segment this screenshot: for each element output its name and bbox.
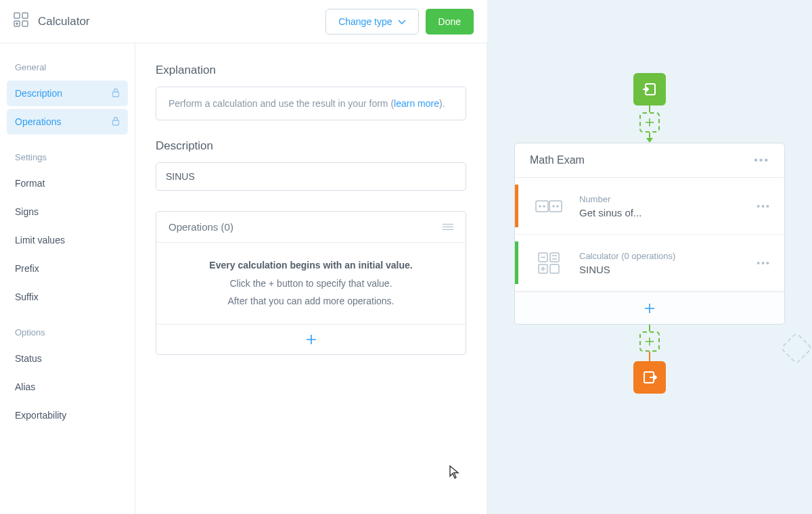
sidebar-item-label: Alias xyxy=(15,381,35,392)
header-actions: Change type Done xyxy=(325,9,474,34)
row-title: Get sinus of... xyxy=(579,207,750,218)
sidebar-item-suffix[interactable]: Suffix xyxy=(7,284,128,310)
number-icon xyxy=(518,198,579,214)
sidebar-item-label: Description xyxy=(15,88,62,99)
svg-rect-1 xyxy=(22,13,28,18)
sidebar-group-general: General xyxy=(7,60,128,80)
sidebar-item-limit-values[interactable]: Limit values xyxy=(7,227,128,253)
description-title: Description xyxy=(156,139,466,153)
main-content: Explanation Perform a calculation and us… xyxy=(135,43,487,514)
card-title: Math Exam xyxy=(530,154,585,166)
change-type-label: Change type xyxy=(338,16,392,27)
add-operation-button[interactable] xyxy=(156,325,466,354)
chevron-down-icon xyxy=(398,16,406,27)
svg-point-16 xyxy=(543,206,545,207)
start-node[interactable] xyxy=(633,73,666,106)
arrow-down-icon xyxy=(646,138,653,143)
svg-rect-13 xyxy=(536,201,548,212)
card-header: Math Exam ••• xyxy=(515,143,784,178)
explanation-title: Explanation xyxy=(156,64,466,77)
sidebar: General Description Operations Settings … xyxy=(0,43,135,514)
svg-point-18 xyxy=(557,206,558,207)
flow-card[interactable]: Math Exam ••• Number Get sinus of xyxy=(514,143,785,325)
cursor-icon xyxy=(449,465,460,481)
ops-empty-line1: Every calculation begins with an initial… xyxy=(168,256,453,275)
operations-empty-state: Every calculation begins with an initial… xyxy=(156,243,466,325)
card-row-number[interactable]: Number Get sinus of... ••• xyxy=(515,178,784,235)
description-input[interactable] xyxy=(156,162,466,191)
row-text: Number Get sinus of... xyxy=(579,194,757,218)
card-menu-icon[interactable]: ••• xyxy=(754,154,769,166)
svg-rect-6 xyxy=(113,92,119,97)
flow-connector xyxy=(649,325,650,331)
sidebar-item-label: Signs xyxy=(15,206,39,217)
sidebar-item-prefix[interactable]: Prefix xyxy=(7,256,128,281)
flow-canvas[interactable]: Math Exam ••• Number Get sinus of xyxy=(487,0,812,514)
flow-add-bottom[interactable] xyxy=(639,331,660,352)
header: Calculator Change type Done xyxy=(0,0,487,43)
sidebar-item-label: Suffix xyxy=(15,291,39,302)
change-type-button[interactable]: Change type xyxy=(325,9,418,34)
flow-connector xyxy=(649,133,650,138)
row-menu-icon[interactable]: ••• xyxy=(757,258,784,268)
svg-rect-20 xyxy=(550,253,559,262)
svg-rect-7 xyxy=(113,120,119,125)
row-text: Calculator (0 operations) SINUS xyxy=(579,251,757,275)
sidebar-item-label: Format xyxy=(15,178,45,189)
sidebar-item-alias[interactable]: Alias xyxy=(7,374,128,400)
svg-rect-0 xyxy=(14,13,20,18)
flow-connector xyxy=(649,352,650,361)
end-node[interactable] xyxy=(633,361,666,394)
explanation-text-post: ). xyxy=(439,98,445,109)
sidebar-item-label: Exportability xyxy=(15,410,66,421)
learn-more-link[interactable]: learn more xyxy=(394,98,439,109)
svg-point-17 xyxy=(553,206,554,207)
row-menu-icon[interactable]: ••• xyxy=(757,201,784,212)
flow-column: Math Exam ••• Number Get sinus of xyxy=(487,73,812,394)
ops-empty-line2: Click the + button to specify that value… xyxy=(168,275,453,293)
explanation-text-pre: Perform a calculation and use the result… xyxy=(168,98,394,109)
sidebar-item-label: Status xyxy=(15,353,42,364)
sidebar-group-options: Options xyxy=(7,325,128,346)
flow-connector xyxy=(649,106,650,112)
sidebar-item-status[interactable]: Status xyxy=(7,346,128,371)
sidebar-item-label: Operations xyxy=(15,116,61,127)
svg-point-15 xyxy=(539,206,541,207)
operations-panel: Operations (0) Every calculation begins … xyxy=(156,211,466,355)
row-subtitle: Calculator (0 operations) xyxy=(579,251,750,261)
row-title: SINUS xyxy=(579,264,750,275)
sidebar-group-settings: Settings xyxy=(7,149,128,170)
sidebar-item-label: Limit values xyxy=(15,235,65,246)
lock-icon xyxy=(112,88,120,99)
row-subtitle: Number xyxy=(579,194,750,204)
done-label: Done xyxy=(438,16,461,27)
operations-title: Operations (0) xyxy=(168,221,233,233)
sidebar-item-exportability[interactable]: Exportability xyxy=(7,402,128,428)
explanation-box: Perform a calculation and use the result… xyxy=(156,87,466,120)
lock-icon xyxy=(112,116,120,128)
card-add-button[interactable] xyxy=(515,291,784,324)
flow-add-top[interactable] xyxy=(639,112,660,133)
done-button[interactable]: Done xyxy=(426,9,474,34)
header-title-wrap: Calculator xyxy=(14,12,90,30)
sidebar-item-operations[interactable]: Operations xyxy=(7,109,128,135)
page-title: Calculator xyxy=(38,15,90,28)
sidebar-item-format[interactable]: Format xyxy=(7,170,128,196)
calculator-icon xyxy=(14,12,28,30)
operations-header: Operations (0) xyxy=(156,212,466,243)
svg-rect-14 xyxy=(549,201,562,212)
card-row-calculator[interactable]: Calculator (0 operations) SINUS ••• xyxy=(515,235,784,291)
sidebar-item-label: Prefix xyxy=(15,263,39,274)
svg-rect-3 xyxy=(22,21,28,26)
sidebar-item-description[interactable]: Description xyxy=(7,80,128,106)
svg-rect-22 xyxy=(550,264,559,273)
hamburger-icon[interactable] xyxy=(443,224,453,230)
ops-empty-line3: After that you can add more operations. xyxy=(168,292,453,310)
calculator-grid-icon xyxy=(518,252,579,275)
sidebar-item-signs[interactable]: Signs xyxy=(7,199,128,225)
